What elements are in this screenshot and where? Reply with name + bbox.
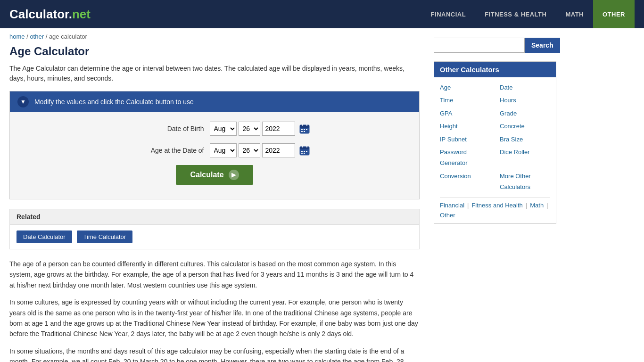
article-para-3: In some situations, the months and days … [9,346,420,362]
link-more-other[interactable]: More Other Calculators [500,171,550,193]
footer-link-other[interactable]: Other [440,212,455,219]
related-date-calculator[interactable]: Date Calculator [17,230,72,243]
footer-link-math[interactable]: Math [530,202,544,209]
svg-rect-7 [301,131,303,132]
related-links: Date Calculator Time Calculator [10,225,419,249]
dob-label: Date of Birth [119,125,204,132]
calculate-button[interactable]: Calculate ▶ [176,165,253,185]
link-conversion[interactable]: Conversion [440,171,490,193]
footer-link-fitness[interactable]: Fitness and Health [471,202,522,209]
age-month-select[interactable]: JanFebMarApr MayJunJulAug SepOctNovDec [210,143,237,157]
calculate-label: Calculate [190,171,223,179]
dob-day-select[interactable]: 12345 678910 1112131415 1617181920 21222… [239,122,260,136]
svg-rect-13 [301,151,303,152]
main-container: home / other / age calculator Age Calcul… [0,28,644,362]
link-password-generator[interactable]: Password Generator [440,147,490,169]
calc-header-text: Modify the values and click the Calculat… [34,98,194,106]
svg-rect-5 [304,129,305,130]
svg-rect-12 [306,146,307,148]
article-para-1: The age of a person can be counted diffe… [9,259,420,290]
main-nav: FINANCIAL FITNESS & HEALTH MATH OTHER [421,0,635,28]
dob-row: Date of Birth JanFebMarApr MayJunJulAug … [24,122,405,136]
nav-financial[interactable]: FINANCIAL [421,0,476,28]
sidebar: Search Other Calculators Age Date Time H… [434,33,556,362]
nav-other[interactable]: OTHER [593,0,635,28]
dob-calendar-icon[interactable] [299,123,310,134]
other-calc-header: Other Calculators [434,62,556,77]
calc-header: ▼ Modify the values and click the Calcul… [10,91,419,112]
link-concrete[interactable]: Concrete [500,121,550,132]
age-at-row: Age at the Date of JanFebMarApr MayJunJu… [24,143,405,157]
footer-link-financial[interactable]: Financial [440,202,464,209]
svg-rect-8 [304,131,305,132]
content-area: home / other / age calculator Age Calcul… [9,33,420,362]
link-gpa[interactable]: GPA [440,108,490,119]
age-calendar-icon[interactable] [299,145,310,156]
header: Calculator.net FINANCIAL FITNESS & HEALT… [0,0,644,28]
page-title: Age Calculator [9,45,420,58]
svg-rect-4 [301,129,303,130]
logo[interactable]: Calculator.net [9,7,91,22]
breadcrumb-other[interactable]: other [30,33,44,40]
link-age[interactable]: Age [440,82,490,93]
other-calc-body: Age Date Time Hours GPA Grade Height Con… [434,77,556,223]
related-time-calculator[interactable]: Time Calculator [77,230,133,243]
age-at-label: Age at the Date of [119,147,204,154]
link-hours[interactable]: Hours [500,95,550,106]
search-button[interactable]: Search [525,38,560,53]
other-calculators-box: Other Calculators Age Date Time Hours GP… [434,61,556,224]
collapse-icon[interactable]: ▼ [17,96,29,107]
footer-sep-3: | [546,202,548,209]
link-dice-roller[interactable]: Dice Roller [500,147,550,169]
svg-rect-11 [302,146,303,148]
footer-sep-1: | [467,202,469,209]
calc-body: Date of Birth JanFebMarApr MayJunJulAug … [10,112,419,199]
search-box: Search [434,38,556,53]
breadcrumb-current: age calculator [49,33,87,40]
svg-rect-2 [302,124,303,126]
link-bra-size[interactable]: Bra Size [500,134,550,145]
svg-rect-3 [306,124,307,126]
dob-year-input[interactable] [262,122,295,136]
page-description: The Age Calculator can determine the age… [9,64,420,83]
svg-rect-17 [304,153,305,154]
breadcrumb-home[interactable]: home [9,33,25,40]
link-ip-subnet[interactable]: IP Subnet [440,134,490,145]
logo-net: net [72,7,91,21]
nav-fitness[interactable]: FITNESS & HEALTH [475,0,556,28]
calc-btn-row: Calculate ▶ [24,165,405,185]
dob-month-select[interactable]: JanFebMarApr MayJunJulAug SepOctNovDec [210,122,237,136]
age-day-select[interactable]: 12345 678910 1112131415 1617181920 21222… [239,143,260,157]
age-at-inputs: JanFebMarApr MayJunJulAug SepOctNovDec 1… [210,143,310,157]
logo-dot: . [69,7,72,21]
link-grade[interactable]: Grade [500,108,550,119]
search-input[interactable] [434,38,525,53]
article-para-2: In some cultures, age is expressed by co… [9,297,420,339]
calculator-box: ▼ Modify the values and click the Calcul… [9,91,420,199]
svg-rect-16 [301,153,303,154]
breadcrumb: home / other / age calculator [9,33,420,40]
footer-nav: Financial | Fitness and Health | Math | … [440,197,550,219]
nav-math[interactable]: MATH [556,0,593,28]
calculate-arrow-icon: ▶ [229,170,239,180]
related-box: Related Date Calculator Time Calculator [9,209,420,249]
svg-rect-15 [306,151,307,152]
svg-rect-6 [306,129,307,130]
svg-rect-14 [304,151,305,152]
dob-inputs: JanFebMarApr MayJunJulAug SepOctNovDec 1… [210,122,310,136]
link-height[interactable]: Height [440,121,490,132]
other-calc-grid: Age Date Time Hours GPA Grade Height Con… [440,82,550,193]
article-text: The age of a person can be counted diffe… [9,259,420,362]
breadcrumb-sep2: / [46,33,49,40]
footer-sep-2: | [526,202,527,209]
age-year-input[interactable] [262,143,295,157]
link-date[interactable]: Date [500,82,550,93]
link-time[interactable]: Time [440,95,490,106]
related-header: Related [10,209,419,225]
svg-rect-1 [300,125,309,128]
svg-rect-10 [300,147,309,149]
logo-calc: Calculator [9,7,69,21]
